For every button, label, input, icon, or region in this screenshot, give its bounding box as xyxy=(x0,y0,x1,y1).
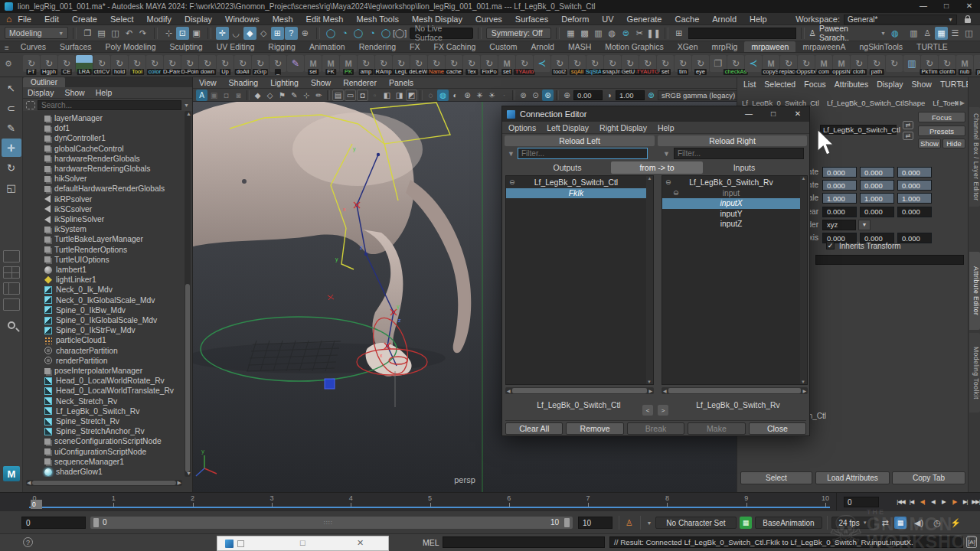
attribute-value-field[interactable]: 1.000 xyxy=(897,193,932,204)
shelf-tab-arnold[interactable]: Arnold xyxy=(524,41,561,52)
snap-to-point-icon[interactable]: ◆ xyxy=(243,27,256,40)
timeline-tick-1[interactable]: 1 xyxy=(112,494,116,502)
render-sphere-icon[interactable]: ◍ xyxy=(889,27,901,40)
load-attributes-button[interactable]: Load Attributes xyxy=(815,471,890,484)
command-language-label[interactable]: MEL xyxy=(423,538,439,547)
attribute-value-field[interactable]: 0.000 xyxy=(822,180,857,191)
play-backwards-button[interactable]: ◀ xyxy=(928,495,938,508)
shelf-item-delewi[interactable]: ↻deLeWi xyxy=(410,55,427,75)
shelf-item-copys[interactable]: McopyS xyxy=(763,55,779,75)
outliner-item-turtlebakelayermanager[interactable]: TurtleBakeLayerManager xyxy=(23,234,185,244)
title-bar[interactable]: lion_legRig_001_001.ma* - Autodesk MAYA … xyxy=(0,0,980,13)
outliner-search-input[interactable] xyxy=(38,100,181,110)
outliner-item-sequencemanager1[interactable]: sequenceManager1 xyxy=(23,457,185,467)
tool-settings-toggle-icon[interactable]: ◫ xyxy=(962,27,975,40)
outliner-vertical-scrollbar[interactable]: ▲ ▼ xyxy=(185,111,191,477)
reload-left-button[interactable]: Reload Left xyxy=(505,135,655,146)
layout-single-pane-button[interactable] xyxy=(3,250,20,262)
shelf-item-tyauto[interactable]: ↻TYAuto xyxy=(516,55,533,75)
remove-button[interactable]: Remove xyxy=(566,422,623,435)
timeline-tick-3[interactable]: 3 xyxy=(270,494,273,502)
shelf-item-item[interactable]: ≺ xyxy=(745,55,762,75)
shelf-item-oppsitx[interactable]: ↻Oppsitx xyxy=(798,55,815,75)
animation-prefs-clock-icon[interactable]: ◷ xyxy=(931,517,943,529)
current-frame-indicator[interactable]: 0 xyxy=(31,500,42,509)
outliner-item-spine-0-ikstrfw-mdv[interactable]: Spine_0_IkStrFw_Mdv xyxy=(23,325,185,335)
tab-modeling-toolkit[interactable]: Modeling Toolkit xyxy=(969,333,980,412)
menu-mesh-tools[interactable]: Mesh Tools xyxy=(357,15,399,24)
shelf-tab-animation[interactable]: Animation xyxy=(302,41,352,52)
timeline-tick-4[interactable]: 4 xyxy=(349,494,353,502)
shelf-item-hold[interactable]: ↻hold xyxy=(111,55,128,75)
ipr-render-icon[interactable]: ▥ xyxy=(592,27,605,40)
pause-icon[interactable]: ❚❚ xyxy=(647,27,660,40)
outliner-item-lambert1[interactable]: lambert1 xyxy=(23,265,185,275)
outliner-item-turtleuioptions[interactable]: TurtleUIOptions xyxy=(23,255,185,265)
layout-custom-button[interactable] xyxy=(3,298,20,311)
timeline-tick-10[interactable]: 10 xyxy=(822,494,829,502)
outliner-item-layermanager[interactable]: layerManager xyxy=(23,113,185,123)
outliner-item-spine-stretchanchor-rv[interactable]: Spine_StretchAnchor_Rv xyxy=(23,426,185,436)
shelf-item-oppsin[interactable]: MoppsiN xyxy=(833,55,850,75)
chevron-down-icon[interactable]: ▼ xyxy=(643,517,655,529)
attribute-value-field[interactable]: 0.000 xyxy=(897,207,932,217)
shelf-item-clonth[interactable]: ↻clonth xyxy=(939,55,956,75)
layout-split-pane-button[interactable] xyxy=(3,282,20,295)
menu-generate[interactable]: Generate xyxy=(627,15,662,24)
presets-button[interactable]: Presets xyxy=(918,126,965,136)
viewport-menu-panels[interactable]: Panels xyxy=(389,78,413,87)
shelf-item-d-pare[interactable]: ↻D-Pare xyxy=(164,55,181,75)
gamma-field[interactable]: 1.00 xyxy=(616,90,645,100)
attribute-text-field[interactable] xyxy=(815,255,964,265)
reload-right-button[interactable]: Reload Right xyxy=(658,135,807,146)
film-gate-icon[interactable]: ⊚ xyxy=(518,90,529,101)
measure-icon[interactable]: ✏ xyxy=(313,90,325,101)
shelf-tab-uv-editing[interactable]: UV Editing xyxy=(210,41,262,52)
swap-shape-icon[interactable]: ⇄ xyxy=(903,132,913,140)
menu-deform[interactable]: Deform xyxy=(561,15,589,24)
right-filter-input[interactable] xyxy=(674,148,804,159)
outliner-item-characterpartition[interactable]: characterPartition xyxy=(23,346,185,356)
live-surface-field[interactable]: No Live Surface xyxy=(410,28,473,39)
viewport-menu-shading[interactable]: Shading xyxy=(229,78,259,87)
snap-to-view-plane-icon[interactable]: ⊞ xyxy=(271,27,284,40)
wireframe-on-shaded-icon[interactable]: ◌ xyxy=(425,90,436,101)
input-connections-icon[interactable]: ◯ xyxy=(325,27,338,40)
viewport-menu-view[interactable]: View xyxy=(199,78,217,87)
connection-item-inputy[interactable]: inputY xyxy=(662,209,800,220)
shelf-item-down[interactable]: ↻down xyxy=(199,55,216,75)
undo-icon[interactable]: ↶ xyxy=(122,27,136,40)
fog-icon[interactable]: ✳ xyxy=(474,90,485,101)
attribute-editor-menu-selected[interactable]: Selected xyxy=(764,80,795,89)
menu-display[interactable]: Display xyxy=(185,15,212,24)
tab-channel-box-layer-editor[interactable]: Channel Box / Layer Editor xyxy=(969,107,980,207)
compass-icon[interactable]: ⊹ xyxy=(301,90,312,101)
shelf-item-item[interactable]: ✎ xyxy=(287,55,304,75)
shelf-item-tool[interactable]: ↻Tool xyxy=(129,55,145,75)
menu-surfaces[interactable]: Surfaces xyxy=(515,15,548,24)
home-icon[interactable]: ⌂ xyxy=(6,14,11,24)
outliner-item-spine-0-ikbw-mdv[interactable]: Spine_0_IkBw_Mdv xyxy=(23,305,185,315)
scrollbar[interactable]: ▲▼ xyxy=(800,176,807,384)
connection-editor-menu-left-display[interactable]: Left Display xyxy=(547,123,589,132)
sculpt-panel-icon[interactable]: ▥ xyxy=(907,27,920,40)
lasso-select-tool[interactable]: ⊂ xyxy=(2,99,21,117)
shelf-tab-ngskintools[interactable]: ngSkinTools xyxy=(852,41,910,52)
shelf-tab-mrpaweena[interactable]: mrpaweenA xyxy=(795,41,852,52)
menu-mesh-display[interactable]: Mesh Display xyxy=(412,15,462,24)
shelf-item-checkas[interactable]: ↻checkAs xyxy=(727,55,744,75)
shelf-item-tool2[interactable]: ↻tool2 xyxy=(551,55,568,75)
timeline-tick-7[interactable]: 7 xyxy=(586,494,590,502)
outliner-item-renderpartition[interactable]: renderPartition xyxy=(23,356,185,366)
mel-command-input[interactable] xyxy=(443,536,605,548)
outliner-item-neck-0-ikglobalscale-mdv[interactable]: Neck_0_IkGlobalScale_Mdv xyxy=(23,295,185,305)
fps-dropdown[interactable]: 24 fps ▼ xyxy=(831,517,874,529)
menu-file[interactable]: File xyxy=(18,15,31,24)
zoom-layout-icon[interactable] xyxy=(8,321,15,329)
shelf-tab-turtle[interactable]: TURTLE xyxy=(910,41,955,52)
close-icon[interactable]: ✕ xyxy=(357,538,364,548)
menu-curves[interactable]: Curves xyxy=(475,15,502,24)
evaluation-mode-icon[interactable]: ⚡ xyxy=(949,517,962,529)
range-start-handle[interactable] xyxy=(93,518,99,527)
step-forward-frame-button[interactable]: ▶| xyxy=(960,495,970,508)
